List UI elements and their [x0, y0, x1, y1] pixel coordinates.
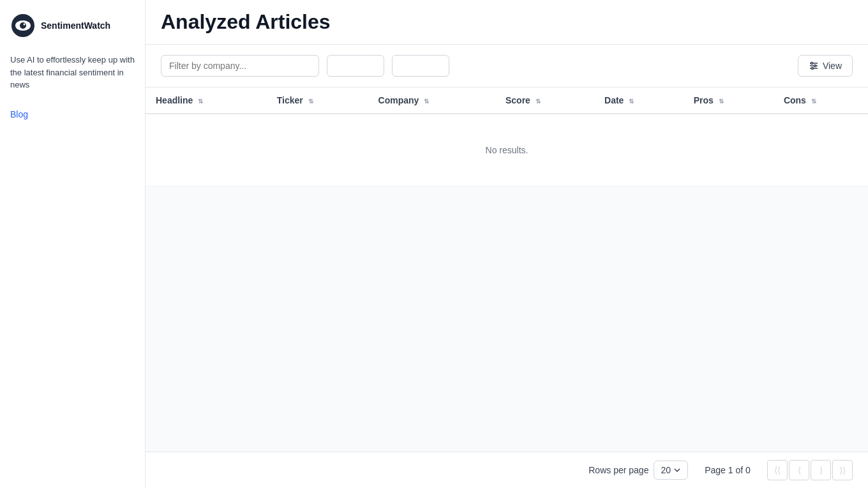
sidebar-nav: Blog [10, 107, 135, 122]
svg-point-2 [20, 22, 26, 29]
page-nav-buttons: ⟨⟨ ⟨ ⟩ ⟩⟩ [767, 460, 853, 480]
rows-per-page-value: 20 [661, 465, 671, 475]
svg-point-7 [811, 63, 812, 65]
logo-area: SentimentWatch [10, 13, 135, 38]
view-button-label: View [823, 61, 842, 71]
col-ticker[interactable]: Ticker ⇅ [267, 88, 368, 114]
articles-table-container: Headline ⇅ Ticker ⇅ Company ⇅ Score ⇅ [146, 88, 868, 452]
last-page-button[interactable]: ⟩⟩ [832, 460, 853, 480]
sidebar-item-blog[interactable]: Blog [10, 107, 135, 122]
col-pros[interactable]: Pros ⇅ [684, 88, 774, 114]
col-date[interactable]: Date ⇅ [594, 88, 684, 114]
col-company[interactable]: Company ⇅ [368, 88, 495, 114]
table-header: Headline ⇅ Ticker ⇅ Company ⇅ Score ⇅ [146, 88, 868, 114]
col-headline[interactable]: Headline ⇅ [146, 88, 267, 114]
next-page-icon: ⟩ [819, 465, 823, 475]
rows-per-page-control: Rows per page 20 [588, 461, 688, 480]
no-results-text: No results. [146, 114, 868, 187]
svg-point-8 [814, 65, 816, 67]
no-results-row: No results. [146, 114, 868, 187]
max-score-input[interactable]: Max - 100 [392, 55, 449, 77]
sentimentwatch-logo-icon [10, 13, 36, 38]
pros-sort-icon: ⇅ [719, 98, 724, 105]
filters-row: Min - 0 Max - 100 View [146, 45, 868, 88]
last-page-icon: ⟩⟩ [839, 465, 846, 475]
first-page-button[interactable]: ⟨⟨ [767, 460, 788, 480]
logo-text: SentimentWatch [41, 20, 110, 31]
score-sort-icon: ⇅ [535, 98, 541, 105]
table-body: No results. [146, 114, 868, 187]
company-filter-input[interactable] [161, 55, 319, 77]
page-title: Analyzed Articles [161, 10, 853, 34]
ticker-sort-icon: ⇅ [308, 98, 313, 105]
sidebar-description: Use AI to effortlessly keep up with the … [10, 54, 135, 91]
next-page-button[interactable]: ⟩ [811, 460, 831, 480]
svg-point-9 [811, 68, 813, 70]
view-button[interactable]: View [798, 55, 853, 77]
col-score[interactable]: Score ⇅ [495, 88, 594, 114]
page-header: Analyzed Articles [146, 0, 868, 45]
cons-sort-icon: ⇅ [811, 98, 816, 105]
min-score-input[interactable]: Min - 0 [327, 55, 384, 77]
articles-table: Headline ⇅ Ticker ⇅ Company ⇅ Score ⇅ [146, 88, 868, 187]
page-info: Page 1 of 0 [696, 465, 760, 475]
rows-per-page-label: Rows per page [588, 465, 648, 475]
svg-point-3 [24, 24, 26, 26]
headline-sort-icon: ⇅ [198, 98, 203, 105]
prev-page-icon: ⟨ [798, 465, 801, 475]
company-sort-icon: ⇅ [424, 98, 429, 105]
main-content: Analyzed Articles Min - 0 Max - 100 View [146, 0, 868, 488]
date-sort-icon: ⇅ [629, 98, 634, 105]
chevron-down-icon [673, 466, 681, 474]
first-page-icon: ⟨⟨ [774, 465, 781, 475]
sidebar: SentimentWatch Use AI to effortlessly ke… [0, 0, 146, 488]
sliders-icon [809, 61, 819, 71]
col-cons[interactable]: Cons ⇅ [774, 88, 868, 114]
pagination-bar: Rows per page 20 Page 1 of 0 ⟨⟨ ⟨ ⟩ ⟩⟩ [146, 452, 868, 488]
rows-per-page-select[interactable]: 20 [654, 461, 688, 480]
prev-page-button[interactable]: ⟨ [789, 460, 809, 480]
